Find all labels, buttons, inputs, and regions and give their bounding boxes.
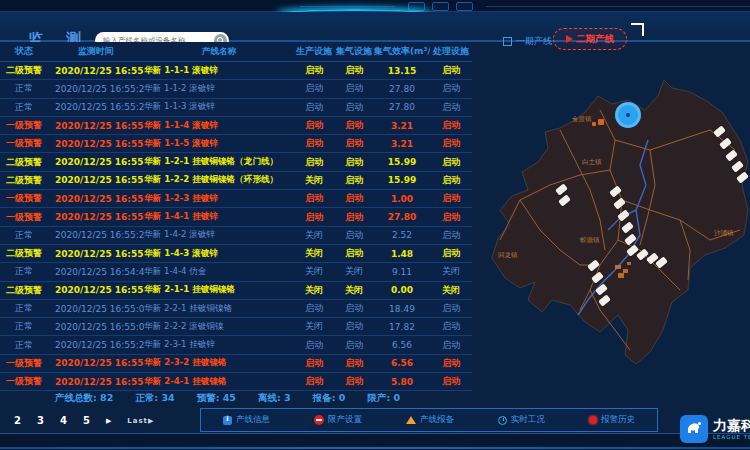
header-bar: 监 测 一期产线 二期产线 [0, 12, 750, 42]
cell-gas: 启动 [334, 119, 374, 132]
cell-status: 正常 [0, 320, 48, 333]
next-page-button[interactable]: ▶ [106, 417, 111, 425]
table-row[interactable]: 二级预警2020/12/25 16:55:24华新 1-2-2 挂镀铜镍铬（环形… [0, 172, 472, 190]
table-row[interactable]: 正常2020/12/25 16:55:04华新 2-2-2 滚镀铜镍关闭启动17… [0, 318, 472, 336]
summary-bar: 产线总数: 82正常: 34预警: 45离线: 3报备: 0限产: 0 [55, 392, 475, 408]
summary-item: 预警: 45 [197, 392, 236, 408]
cell-line: 华新 1-4-4 仿金 [144, 266, 294, 278]
cell-status: 正常 [0, 265, 48, 278]
cell-status: 正常 [0, 82, 48, 95]
cell-line: 华新 1-1-5 滚镀锌 [144, 138, 294, 150]
table-row[interactable]: 正常2020/12/25 16:55:04华新 2-2-1 挂镀铜镍铬启动启动1… [0, 300, 472, 318]
legend-item-limit[interactable]: 限产设置 [314, 414, 362, 426]
page-button[interactable]: 4 [60, 415, 67, 426]
cell-prod: 关闭 [294, 320, 334, 333]
cell-line: 华新 1-4-1 挂镀锌 [144, 211, 294, 223]
cell-prod: 启动 [294, 82, 334, 95]
table-row[interactable]: 一级预警2020/12/25 16:55:24华新 1-4-1 挂镀锌启动启动2… [0, 208, 472, 226]
logo-name: 力嘉科技 [713, 418, 750, 433]
cell-prod: 启动 [294, 211, 334, 224]
table-row[interactable]: 正常2020/12/25 16:54:44华新 1-4-4 仿金关闭关闭9.11… [0, 263, 472, 281]
legend-item-info[interactable]: 产线信息 [223, 414, 270, 426]
district-map[interactable]: 金渡镇白土镇蛟塘镇回龙镇沙浦镇 [470, 55, 750, 400]
cell-status: 二级预警 [0, 64, 48, 77]
cell-time: 2020/12/25 16:55:04 [48, 304, 144, 314]
page-button[interactable]: 5 [83, 415, 90, 426]
cell-treat: 启动 [430, 375, 472, 388]
column-header: 集气效率(m³/s) [374, 45, 430, 58]
cell-status: 一级预警 [0, 211, 48, 224]
cell-eff: 0.00 [374, 285, 430, 295]
table-row[interactable]: 正常2020/12/25 16:55:24华新 1-1-2 滚镀锌启动启动27.… [0, 80, 472, 98]
cell-treat: 启动 [430, 229, 472, 242]
column-header: 监测时间 [48, 45, 144, 58]
table-row[interactable]: 二级预警2020/12/25 16:55:04华新 1-4-3 滚镀锌关闭启动1… [0, 245, 472, 263]
cell-status: 一级预警 [0, 357, 48, 370]
page-button[interactable]: 2 [14, 415, 21, 426]
phase2-button[interactable]: 二期产线 [553, 28, 627, 50]
phase1-checkbox[interactable]: 一期产线 [503, 35, 552, 48]
cell-treat: 启动 [430, 320, 472, 333]
cell-eff: 6.56 [374, 340, 430, 350]
site-marker-orange[interactable] [592, 122, 596, 126]
cell-time: 2020/12/25 16:54:44 [48, 267, 144, 277]
cell-prod: 启动 [294, 357, 334, 370]
legend-item-realtime[interactable]: 实时工况 [498, 414, 545, 426]
map-base [470, 55, 750, 400]
checkbox-icon[interactable] [503, 37, 512, 46]
table-row[interactable]: 二级预警2020/12/25 16:55:24华新 2-1-1 挂镀铜镍铬关闭关… [0, 282, 472, 300]
table-row[interactable]: 一级预警2020/12/25 16:55:24华新 1-2-3 挂镀锌启动启动1… [0, 190, 472, 208]
table-row[interactable]: 二级预警2020/12/25 16:55:24华新 1-1-1 滚镀锌启动启动1… [0, 62, 472, 80]
table-row[interactable]: 正常2020/12/25 16:55:24华新 1-1-3 滚镀锌启动启动27.… [0, 99, 472, 117]
cell-time: 2020/12/25 16:55:24 [48, 175, 144, 185]
cell-gas: 启动 [334, 82, 374, 95]
table-row[interactable]: 正常2020/12/25 16:55:24华新 1-4-2 滚镀锌关闭启动2.5… [0, 227, 472, 245]
cluster-marker[interactable] [615, 102, 641, 128]
table-row[interactable]: 一级预警2020/12/25 16:55:24华新 2-3-2 挂镀镍铬启动启动… [0, 355, 472, 373]
table-row[interactable]: 二级预警2020/12/25 16:55:04华新 1-2-1 挂镀铜镍铬（龙门… [0, 153, 472, 171]
flag-icon [566, 35, 573, 43]
cell-time: 2020/12/25 16:55:04 [48, 322, 144, 332]
cell-status: 二级预警 [0, 174, 48, 187]
cell-eff: 27.80 [374, 212, 430, 222]
phase2-label: 二期产线 [576, 33, 614, 46]
cell-time: 2020/12/25 16:55:24 [48, 66, 144, 76]
top-deco-line [486, 6, 750, 7]
table-row[interactable]: 正常2020/12/25 16:55:24华新 2-3-1 挂镀锌启动启动6.5… [0, 336, 472, 354]
cell-gas: 启动 [334, 64, 374, 77]
summary-item: 报备: 0 [313, 392, 346, 408]
cell-gas: 启动 [334, 174, 374, 187]
cell-status: 二级预警 [0, 284, 48, 297]
report-icon [406, 416, 416, 424]
cell-treat: 启动 [430, 247, 472, 260]
limit-icon [314, 415, 324, 425]
cell-line: 华新 1-1-3 滚镀锌 [144, 101, 294, 113]
cell-time: 2020/12/25 16:55:24 [48, 212, 144, 222]
cell-status: 一级预警 [0, 119, 48, 132]
cell-line: 华新 1-1-4 滚镀锌 [144, 120, 294, 132]
table-row[interactable]: 一级预警2020/12/25 16:55:24华新 1-1-4 滚镀锌启动启动3… [0, 117, 472, 135]
cell-time: 2020/12/25 16:55:24 [48, 139, 144, 149]
cell-line: 华新 1-2-1 挂镀铜镍铬（龙门线） [144, 156, 294, 168]
bottom-glow-line [0, 447, 750, 449]
cell-eff: 3.21 [374, 121, 430, 131]
cell-eff: 17.82 [374, 322, 430, 332]
legend-item-alarm[interactable]: 报警历史 [589, 414, 635, 426]
site-marker-orange[interactable] [598, 119, 604, 125]
cell-prod: 关闭 [294, 265, 334, 278]
table-row[interactable]: 一级预警2020/12/25 16:55:24华新 1-1-5 滚镀锌启动启动3… [0, 135, 472, 153]
top-deco-rect [456, 2, 473, 11]
cell-prod: 启动 [294, 192, 334, 205]
cell-treat: 启动 [430, 302, 472, 315]
cell-status: 一级预警 [0, 375, 48, 388]
table-row[interactable]: 一级预警2020/12/25 16:55:24华新 2-4-1 挂镀镍铬启动启动… [0, 373, 472, 391]
legend-label: 限产设置 [328, 414, 362, 426]
cell-time: 2020/12/25 16:55:24 [48, 194, 144, 204]
cell-line: 华新 1-1-2 滚镀锌 [144, 83, 294, 95]
cell-line: 华新 2-2-1 挂镀铜镍铬 [144, 303, 294, 315]
page-button[interactable]: 3 [37, 415, 44, 426]
last-page-button[interactable]: Last▶ [127, 417, 154, 425]
cell-prod: 关闭 [294, 229, 334, 242]
cell-line: 华新 1-2-2 挂镀铜镍铬（环形线） [144, 174, 294, 186]
legend-item-report[interactable]: 产线报备 [406, 414, 454, 426]
